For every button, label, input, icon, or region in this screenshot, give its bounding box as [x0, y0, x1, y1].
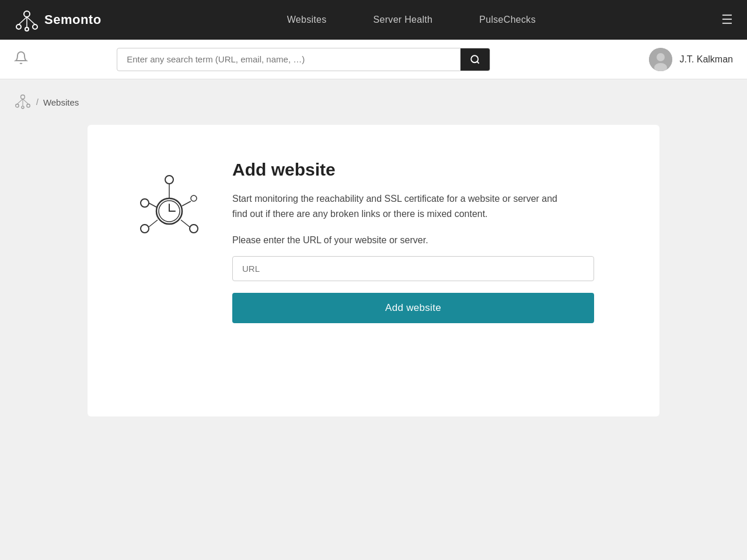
- svg-line-17: [23, 99, 29, 104]
- search-input[interactable]: [117, 48, 460, 70]
- navbar-links: Websites Server Health PulseChecks: [102, 15, 721, 25]
- svg-point-3: [25, 27, 29, 31]
- svg-point-25: [141, 225, 149, 233]
- breadcrumb-separator: /: [36, 97, 39, 107]
- svg-line-31: [181, 220, 190, 227]
- breadcrumb-home-icon[interactable]: [14, 91, 32, 113]
- svg-point-13: [16, 104, 19, 107]
- svg-point-0: [24, 11, 30, 17]
- svg-point-24: [141, 199, 149, 207]
- svg-line-29: [149, 203, 156, 207]
- search-bar-area: J.T. Kalkman: [0, 40, 747, 79]
- svg-point-14: [27, 104, 30, 107]
- hamburger-menu-icon[interactable]: ☰: [721, 12, 733, 27]
- avatar: [649, 48, 672, 71]
- card-description: Start monitoring the reachability and SS…: [232, 191, 571, 221]
- nav-server-health[interactable]: Server Health: [374, 15, 433, 25]
- svg-line-4: [19, 17, 27, 24]
- card-body: Add website Start monitoring the reachab…: [232, 160, 613, 323]
- svg-point-15: [22, 106, 24, 108]
- svg-line-5: [27, 17, 35, 24]
- user-area[interactable]: J.T. Kalkman: [649, 48, 733, 71]
- svg-point-12: [21, 95, 25, 99]
- breadcrumb-current: Websites: [43, 97, 79, 107]
- svg-point-1: [16, 24, 21, 29]
- card-prompt: Please enter the URL of your website or …: [232, 235, 613, 246]
- svg-point-2: [33, 24, 37, 29]
- svg-line-30: [149, 220, 158, 227]
- logo[interactable]: Semonto: [14, 6, 102, 34]
- user-name: J.T. Kalkman: [679, 54, 733, 65]
- url-input[interactable]: [232, 256, 594, 281]
- card-title: Add website: [232, 160, 613, 180]
- search-button[interactable]: [460, 48, 490, 71]
- breadcrumb: / Websites: [0, 79, 747, 125]
- navbar: Semonto Websites Server Health PulseChec…: [0, 0, 747, 40]
- svg-point-23: [165, 176, 173, 184]
- search-container: [117, 48, 490, 71]
- svg-line-16: [17, 99, 23, 104]
- add-website-button[interactable]: Add website: [232, 293, 594, 323]
- card-illustration: [134, 160, 204, 245]
- svg-point-10: [657, 53, 665, 61]
- main-content: Add website Start monitoring the reachab…: [0, 125, 747, 440]
- nav-websites[interactable]: Websites: [287, 15, 327, 25]
- logo-text: Semonto: [44, 12, 102, 27]
- add-website-card: Add website Start monitoring the reachab…: [88, 125, 659, 416]
- notification-bell-icon[interactable]: [14, 51, 28, 68]
- svg-point-27: [191, 195, 197, 201]
- svg-point-7: [471, 55, 478, 62]
- svg-point-26: [190, 225, 198, 233]
- svg-line-8: [477, 61, 479, 63]
- svg-line-32: [182, 201, 191, 206]
- nav-pulsechecks[interactable]: PulseChecks: [479, 15, 536, 25]
